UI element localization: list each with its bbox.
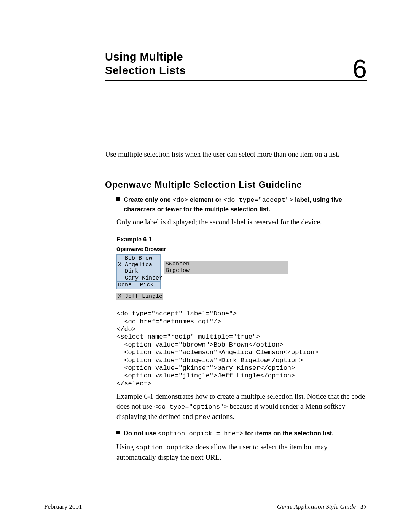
bullet2-post: for items on the selection list.: [243, 430, 333, 436]
softkey-left: Done: [117, 282, 139, 289]
bullet2-pre: Do not use: [124, 430, 158, 436]
bullet1-mid1: element or: [188, 196, 223, 203]
section-heading: Openwave Multiple Selection List Guideli…: [105, 180, 367, 190]
chapter-title-line1: Using Multiple: [105, 51, 183, 63]
bullet2-content: Do not use <option onpick = href> for it…: [124, 429, 367, 438]
phone-screen-mockup: Bob Brown X Angelica Dirk Gary Kinser Do…: [116, 254, 367, 289]
phone-row-2: Dirk: [117, 268, 160, 275]
chapter-header: Using Multiple Selection Lists 6: [105, 50, 367, 81]
code-listing: <do type="accept" label="Done"> <go href…: [116, 310, 367, 388]
bullet2-subtext: Using <option onpick> does allow the use…: [116, 442, 367, 462]
last-pre: Using: [116, 443, 135, 451]
explain-code2: prev: [195, 414, 210, 421]
phone-softkeys: Done Pick: [117, 281, 160, 289]
example-label: Example 6-1: [116, 236, 367, 243]
footer-page-number: 37: [360, 503, 367, 510]
guideline-bullet-2: Do not use <option onpick = href> for it…: [116, 429, 367, 438]
bullet1-subtext: Only one label is displayed; the second …: [116, 217, 367, 227]
browser-label: Openwave Browser: [116, 246, 367, 252]
explain-code1: <do type="options">: [154, 403, 228, 411]
phone-screen-overflow: Swansen Bigelow: [164, 254, 288, 289]
overflow-row-1: Bigelow: [164, 267, 288, 274]
phone-screen-extra-row: X Jeff Lingle: [116, 293, 163, 300]
bullet1-pre: Create only one: [124, 196, 172, 203]
phone-screen-main: Bob Brown X Angelica Dirk Gary Kinser Do…: [116, 254, 161, 289]
explain-post: actions.: [210, 412, 234, 420]
bullet2-code1: <option onpick = href>: [158, 430, 243, 437]
phone-list: Bob Brown X Angelica Dirk Gary Kinser: [117, 255, 160, 281]
chapter-number: 6: [352, 58, 367, 80]
footer-book-title: Genie Application Style Guide: [277, 503, 356, 510]
footer-right: Genie Application Style Guide37: [277, 503, 367, 511]
bullet1-code2: <do type="accept">: [223, 197, 293, 204]
bullet-marker-icon: [116, 197, 120, 201]
bullet-marker-icon: [116, 431, 120, 434]
page-footer: February 2001 Genie Application Style Gu…: [44, 500, 367, 511]
footer-date: February 2001: [44, 503, 82, 511]
intro-paragraph: Use multiple selection lists when the us…: [105, 149, 367, 159]
softkey-right: Pick: [139, 282, 161, 289]
bullet1-content: Create only one <do> element or <do type…: [124, 195, 367, 213]
overflow-row-0: Swansen: [164, 261, 288, 267]
phone-row-0: Bob Brown: [117, 255, 160, 262]
footer-rule: [44, 500, 367, 500]
chapter-title: Using Multiple Selection Lists: [105, 50, 186, 78]
guideline-bullet-1: Create only one <do> element or <do type…: [116, 195, 367, 213]
top-rule: [44, 23, 367, 23]
last-code1: <option onpick>: [135, 444, 194, 451]
phone-row-1: X Angelica: [117, 262, 160, 268]
chapter-title-line2: Selection Lists: [105, 64, 186, 77]
bullet1-code1: <do>: [172, 197, 188, 204]
explanation-paragraph: Example 6-1 demonstrates how to create a…: [116, 391, 367, 422]
phone-row-3: Gary Kinser: [117, 275, 160, 281]
